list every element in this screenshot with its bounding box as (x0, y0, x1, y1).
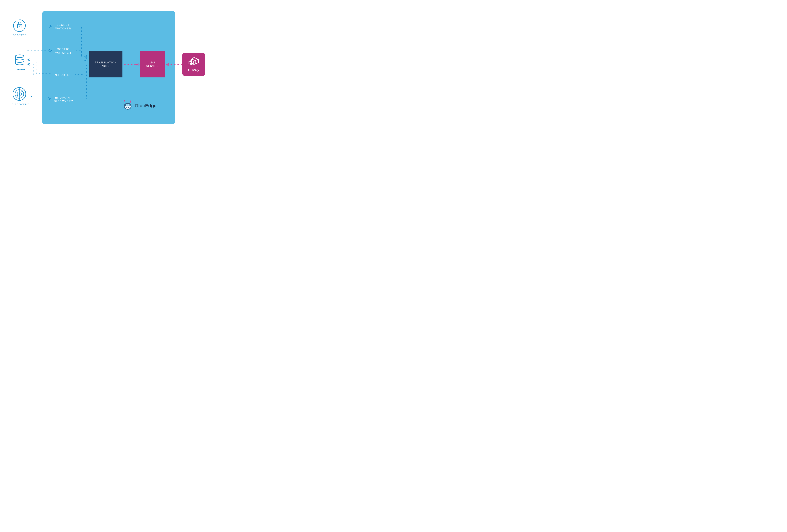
config-label: CONFIG (13, 68, 26, 71)
translation-engine-box: TRANSLATION ENGINE (89, 51, 123, 78)
svg-point-9 (19, 93, 20, 95)
envoy-label: envoy (188, 67, 199, 72)
svg-point-14 (124, 101, 125, 101)
secret-watcher-label: SECRET WATCHER (52, 23, 74, 30)
svg-point-10 (21, 90, 23, 92)
database-icon (13, 53, 26, 67)
gloo-edge-logo: GlooEdge (122, 101, 156, 111)
config-watcher-label: CONFIG WATCHER (52, 47, 74, 55)
gloo-edge-text: GlooEdge (135, 103, 156, 108)
svg-point-12 (19, 98, 20, 99)
svg-point-11 (17, 95, 18, 97)
lock-icon (13, 19, 26, 33)
external-secrets: SECRETS (13, 19, 27, 36)
envoy-box: envoy (182, 53, 205, 76)
radar-icon (12, 86, 27, 102)
svg-line-13 (125, 101, 125, 104)
svg-point-22 (128, 105, 129, 105)
endpoint-discovery-label: ENDPOINT DISCOVERY (51, 96, 76, 103)
discovery-label: DISCOVERY (12, 103, 29, 106)
external-discovery: DISCOVERY (12, 86, 29, 106)
svg-point-21 (126, 105, 127, 105)
external-config: CONFIG (13, 53, 26, 71)
gloo-robot-icon (122, 101, 133, 111)
secrets-label: SECRETS (13, 34, 27, 36)
svg-point-3 (15, 55, 24, 58)
svg-line-15 (130, 101, 131, 104)
envoy-logo-icon (188, 57, 200, 66)
xds-server-box: xDS SERVER (140, 51, 165, 78)
svg-point-1 (19, 25, 20, 26)
reporter-label: REPORTER (51, 73, 75, 77)
svg-point-16 (130, 101, 131, 101)
